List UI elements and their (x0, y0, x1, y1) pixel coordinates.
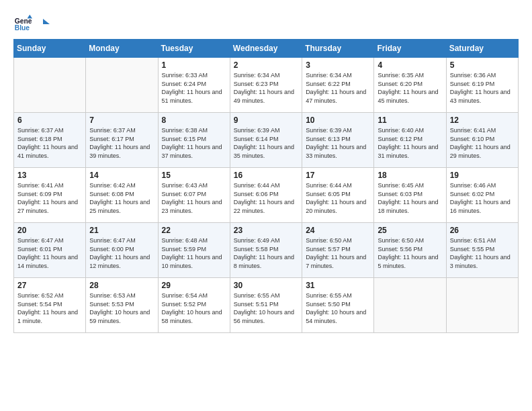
day-number: 17 (306, 171, 370, 180)
calendar-cell (446, 278, 518, 333)
svg-marker-3 (43, 19, 50, 24)
calendar-cell: 6Sunrise: 6:37 AM Sunset: 6:18 PM Daylig… (14, 113, 86, 168)
calendar-cell: 10Sunrise: 6:39 AM Sunset: 6:13 PM Dayli… (302, 113, 374, 168)
calendar-cell: 30Sunrise: 6:55 AM Sunset: 5:51 PM Dayli… (230, 278, 302, 333)
day-detail: Sunrise: 6:37 AM Sunset: 6:18 PM Dayligh… (17, 126, 82, 160)
day-detail: Sunrise: 6:37 AM Sunset: 6:17 PM Dayligh… (89, 126, 154, 160)
day-number: 25 (378, 226, 442, 235)
page-header: General Blue (13, 13, 519, 32)
column-header-thursday: Thursday (302, 40, 374, 58)
day-number: 2 (234, 60, 298, 70)
calendar-cell: 12Sunrise: 6:41 AM Sunset: 6:10 PM Dayli… (446, 113, 518, 168)
day-number: 14 (89, 171, 154, 180)
logo: General Blue (13, 13, 50, 32)
calendar-cell: 3Sunrise: 6:34 AM Sunset: 6:22 PM Daylig… (302, 58, 374, 113)
calendar-cell: 22Sunrise: 6:48 AM Sunset: 5:59 PM Dayli… (158, 223, 230, 278)
day-detail: Sunrise: 6:39 AM Sunset: 6:13 PM Dayligh… (306, 126, 370, 160)
day-number: 7 (89, 116, 154, 125)
day-detail: Sunrise: 6:52 AM Sunset: 5:54 PM Dayligh… (17, 291, 82, 325)
calendar-body: 1Sunrise: 6:33 AM Sunset: 6:24 PM Daylig… (14, 58, 519, 333)
calendar-cell (86, 58, 158, 113)
svg-text:Blue: Blue (15, 24, 30, 32)
day-detail: Sunrise: 6:48 AM Sunset: 5:59 PM Dayligh… (162, 236, 226, 270)
calendar-cell: 14Sunrise: 6:42 AM Sunset: 6:08 PM Dayli… (86, 168, 158, 223)
day-number: 20 (17, 226, 82, 235)
day-detail: Sunrise: 6:44 AM Sunset: 6:05 PM Dayligh… (306, 181, 370, 215)
day-detail: Sunrise: 6:41 AM Sunset: 6:09 PM Dayligh… (17, 181, 82, 215)
day-detail: Sunrise: 6:33 AM Sunset: 6:24 PM Dayligh… (162, 71, 226, 105)
day-number: 13 (17, 171, 82, 180)
calendar-cell: 29Sunrise: 6:54 AM Sunset: 5:52 PM Dayli… (158, 278, 230, 333)
day-detail: Sunrise: 6:36 AM Sunset: 6:19 PM Dayligh… (450, 71, 515, 105)
calendar-cell: 31Sunrise: 6:55 AM Sunset: 5:50 PM Dayli… (302, 278, 374, 333)
day-number: 12 (450, 116, 515, 125)
day-detail: Sunrise: 6:47 AM Sunset: 6:01 PM Dayligh… (17, 236, 82, 270)
calendar-cell: 26Sunrise: 6:51 AM Sunset: 5:55 PM Dayli… (446, 223, 518, 278)
day-detail: Sunrise: 6:51 AM Sunset: 5:55 PM Dayligh… (450, 236, 515, 270)
calendar-cell: 28Sunrise: 6:53 AM Sunset: 5:53 PM Dayli… (86, 278, 158, 333)
day-detail: Sunrise: 6:50 AM Sunset: 5:56 PM Dayligh… (378, 236, 442, 270)
svg-marker-2 (28, 15, 32, 19)
calendar-cell: 11Sunrise: 6:40 AM Sunset: 6:12 PM Dayli… (374, 113, 446, 168)
calendar-cell: 20Sunrise: 6:47 AM Sunset: 6:01 PM Dayli… (14, 223, 86, 278)
day-detail: Sunrise: 6:53 AM Sunset: 5:53 PM Dayligh… (89, 291, 154, 325)
day-detail: Sunrise: 6:55 AM Sunset: 5:51 PM Dayligh… (234, 291, 298, 325)
calendar-table: SundayMondayTuesdayWednesdayThursdayFrid… (13, 39, 519, 333)
day-number: 11 (378, 116, 442, 125)
day-number: 10 (306, 116, 370, 125)
calendar-cell: 2Sunrise: 6:34 AM Sunset: 6:23 PM Daylig… (230, 58, 302, 113)
calendar-week-row: 20Sunrise: 6:47 AM Sunset: 6:01 PM Dayli… (14, 223, 519, 278)
calendar-cell: 24Sunrise: 6:50 AM Sunset: 5:57 PM Dayli… (302, 223, 374, 278)
day-number: 31 (306, 281, 370, 290)
calendar-cell: 23Sunrise: 6:49 AM Sunset: 5:58 PM Dayli… (230, 223, 302, 278)
day-number: 24 (306, 226, 370, 235)
calendar-cell: 13Sunrise: 6:41 AM Sunset: 6:09 PM Dayli… (14, 168, 86, 223)
day-number: 16 (234, 171, 298, 180)
day-detail: Sunrise: 6:42 AM Sunset: 6:08 PM Dayligh… (89, 181, 154, 215)
day-detail: Sunrise: 6:44 AM Sunset: 6:06 PM Dayligh… (234, 181, 298, 215)
day-detail: Sunrise: 6:38 AM Sunset: 6:15 PM Dayligh… (162, 126, 226, 160)
day-number: 9 (234, 116, 298, 125)
calendar-header-row: SundayMondayTuesdayWednesdayThursdayFrid… (14, 40, 519, 58)
day-detail: Sunrise: 6:46 AM Sunset: 6:02 PM Dayligh… (450, 181, 515, 215)
column-header-tuesday: Tuesday (158, 40, 230, 58)
calendar-cell: 15Sunrise: 6:43 AM Sunset: 6:07 PM Dayli… (158, 168, 230, 223)
day-number: 1 (162, 60, 226, 70)
calendar-cell: 16Sunrise: 6:44 AM Sunset: 6:06 PM Dayli… (230, 168, 302, 223)
calendar-cell: 5Sunrise: 6:36 AM Sunset: 6:19 PM Daylig… (446, 58, 518, 113)
day-detail: Sunrise: 6:50 AM Sunset: 5:57 PM Dayligh… (306, 236, 370, 270)
column-header-monday: Monday (86, 40, 158, 58)
calendar-week-row: 27Sunrise: 6:52 AM Sunset: 5:54 PM Dayli… (14, 278, 519, 333)
calendar-cell: 8Sunrise: 6:38 AM Sunset: 6:15 PM Daylig… (158, 113, 230, 168)
calendar-cell: 7Sunrise: 6:37 AM Sunset: 6:17 PM Daylig… (86, 113, 158, 168)
calendar-cell: 9Sunrise: 6:39 AM Sunset: 6:14 PM Daylig… (230, 113, 302, 168)
day-detail: Sunrise: 6:55 AM Sunset: 5:50 PM Dayligh… (306, 291, 370, 325)
day-detail: Sunrise: 6:43 AM Sunset: 6:07 PM Dayligh… (162, 181, 226, 215)
calendar-week-row: 1Sunrise: 6:33 AM Sunset: 6:24 PM Daylig… (14, 58, 519, 113)
day-detail: Sunrise: 6:34 AM Sunset: 6:22 PM Dayligh… (306, 71, 370, 105)
day-number: 29 (162, 281, 226, 290)
day-number: 15 (162, 171, 226, 180)
column-header-friday: Friday (374, 40, 446, 58)
day-number: 27 (17, 281, 82, 290)
calendar-cell: 1Sunrise: 6:33 AM Sunset: 6:24 PM Daylig… (158, 58, 230, 113)
day-number: 28 (89, 281, 154, 290)
day-number: 8 (162, 116, 226, 125)
calendar-cell: 19Sunrise: 6:46 AM Sunset: 6:02 PM Dayli… (446, 168, 518, 223)
column-header-saturday: Saturday (446, 40, 518, 58)
calendar-week-row: 6Sunrise: 6:37 AM Sunset: 6:18 PM Daylig… (14, 113, 519, 168)
calendar-cell: 17Sunrise: 6:44 AM Sunset: 6:05 PM Dayli… (302, 168, 374, 223)
day-number: 22 (162, 226, 226, 235)
day-number: 18 (378, 171, 442, 180)
calendar-cell (14, 58, 86, 113)
column-header-wednesday: Wednesday (230, 40, 302, 58)
day-detail: Sunrise: 6:49 AM Sunset: 5:58 PM Dayligh… (234, 236, 298, 270)
day-detail: Sunrise: 6:34 AM Sunset: 6:23 PM Dayligh… (234, 71, 298, 105)
day-detail: Sunrise: 6:39 AM Sunset: 6:14 PM Dayligh… (234, 126, 298, 160)
day-number: 30 (234, 281, 298, 290)
day-detail: Sunrise: 6:47 AM Sunset: 6:00 PM Dayligh… (89, 236, 154, 270)
calendar-cell (374, 278, 446, 333)
logo-chevron (36, 17, 50, 31)
day-number: 23 (234, 226, 298, 235)
day-number: 3 (306, 60, 370, 70)
